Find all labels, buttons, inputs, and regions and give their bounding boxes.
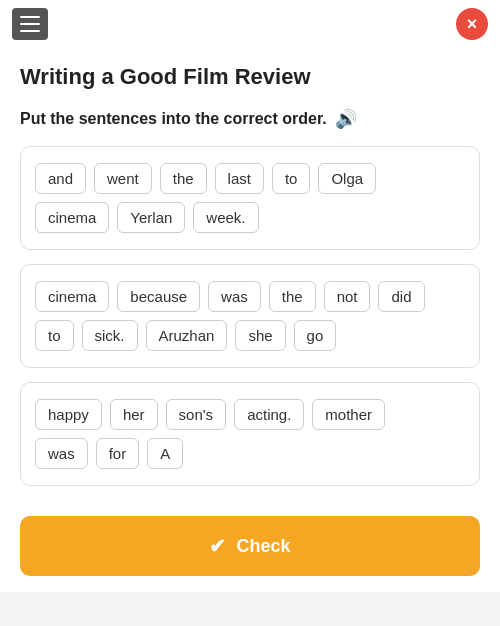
check-button[interactable]: ✔ Check [20,516,480,576]
audio-icon[interactable]: 🔊 [335,108,357,130]
word-tag[interactable]: last [215,163,264,194]
check-icon: ✔ [209,534,226,558]
word-tag[interactable]: for [96,438,140,469]
word-tag[interactable]: A [147,438,183,469]
word-tag[interactable]: did [378,281,424,312]
word-tag[interactable]: Olga [318,163,376,194]
top-bar: × [0,0,500,48]
word-tag[interactable]: week. [193,202,258,233]
word-tag[interactable]: cinema [35,202,109,233]
sentence-boxes-container: andwentthelasttoOlgacinemaYerlanweek.cin… [20,146,480,486]
word-tag[interactable]: to [35,320,74,351]
word-tag[interactable]: was [35,438,88,469]
word-tag[interactable]: Yerlan [117,202,185,233]
word-tag[interactable]: she [235,320,285,351]
sentence-box-2: cinemabecausewasthenotdidtosick.Aruzhans… [20,264,480,368]
word-row-2-2: tosick.Aruzhanshego [35,320,465,351]
word-row-3-1: happyherson'sacting.mother [35,399,465,430]
word-tag[interactable]: go [294,320,337,351]
word-tag[interactable]: sick. [82,320,138,351]
word-row-1-1: andwentthelasttoOlga [35,163,465,194]
word-tag[interactable]: because [117,281,200,312]
word-tag[interactable]: the [160,163,207,194]
word-tag[interactable]: mother [312,399,385,430]
word-tag[interactable]: not [324,281,371,312]
word-tag[interactable]: was [208,281,261,312]
word-tag[interactable]: and [35,163,86,194]
word-row-1-2: cinemaYerlanweek. [35,202,465,233]
close-button[interactable]: × [456,8,488,40]
word-tag[interactable]: happy [35,399,102,430]
word-tag[interactable]: acting. [234,399,304,430]
word-tag[interactable]: son's [166,399,227,430]
word-tag[interactable]: her [110,399,158,430]
page-title: Writing a Good Film Review [20,64,480,90]
instruction-label: Put the sentences into the correct order… [20,110,327,128]
sentence-box-1: andwentthelasttoOlgacinemaYerlanweek. [20,146,480,250]
word-tag[interactable]: cinema [35,281,109,312]
word-row-3-2: wasforA [35,438,465,469]
check-label: Check [236,536,290,557]
word-tag[interactable]: to [272,163,311,194]
word-tag[interactable]: Aruzhan [146,320,228,351]
instruction-text: Put the sentences into the correct order… [20,108,480,130]
word-tag[interactable]: went [94,163,152,194]
main-content: Writing a Good Film Review Put the sente… [0,48,500,592]
word-tag[interactable]: the [269,281,316,312]
sentence-box-3: happyherson'sacting.motherwasforA [20,382,480,486]
word-row-2-1: cinemabecausewasthenotdid [35,281,465,312]
menu-button[interactable] [12,8,48,40]
